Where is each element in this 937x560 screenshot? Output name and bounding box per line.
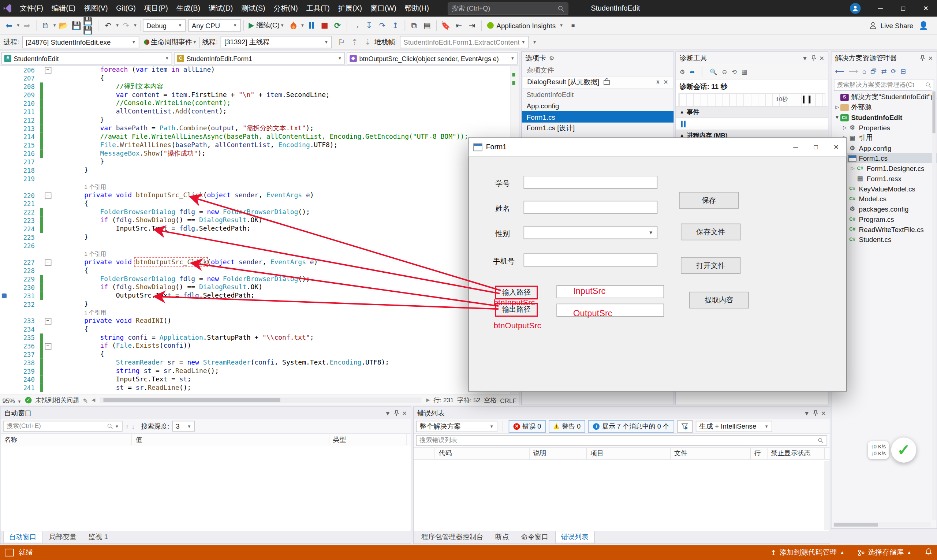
- zoom-out-icon[interactable]: ⊖: [722, 68, 727, 75]
- code-line[interactable]: 224 InputSrc.Text = fdlg.SelectedPath;: [0, 225, 503, 233]
- scrollbar-thumb[interactable]: [103, 398, 280, 402]
- code-line[interactable]: 228 {: [0, 266, 503, 275]
- document-tab[interactable]: Form1.cs [设计]: [522, 123, 674, 134]
- minimize-button[interactable]: ─: [785, 138, 806, 156]
- code-line[interactable]: 208 //得到文本内容: [0, 82, 503, 91]
- phone-input[interactable]: [524, 253, 658, 266]
- tree-item--[interactable]: ▷外部源: [832, 102, 937, 112]
- hot-reload-dropdown-icon[interactable]: ▼: [300, 23, 305, 28]
- menu-item[interactable]: 工具(T): [302, 0, 334, 17]
- document-tab[interactable]: App.config: [522, 100, 674, 111]
- column-header-项目[interactable]: 项目: [587, 448, 671, 459]
- code-line[interactable]: 236− if (File.Exists(confi)): [0, 342, 503, 350]
- undo-button[interactable]: ↶: [102, 18, 115, 32]
- project-dropdown[interactable]: # StudentInfoEdit▼: [1, 52, 172, 65]
- export-icon[interactable]: ➦: [689, 68, 695, 75]
- column-header-行[interactable]: 行: [751, 448, 768, 459]
- tree-item-form1-cs[interactable]: ▼Form1.cs: [832, 153, 937, 163]
- thread-combo[interactable]: [31392] 主线程▼: [221, 36, 332, 48]
- column-header-文件[interactable]: 文件: [671, 448, 751, 459]
- tool-tab-自动窗口[interactable]: 自动窗口: [3, 531, 43, 543]
- collapse-region-icon[interactable]: −: [45, 318, 51, 324]
- close-icon[interactable]: ✕: [819, 55, 824, 62]
- code-line[interactable]: 233− private void ReadINI(): [0, 317, 503, 325]
- save-all-button[interactable]: 💾💾: [83, 18, 96, 32]
- tree-item-keyvaluemodel-cs[interactable]: ▷C#KeyValueModel.cs: [832, 183, 937, 194]
- green-check-button[interactable]: ✓: [891, 437, 917, 463]
- code-line[interactable]: 222 FolderBrowserDialog fdlg = new Folde…: [0, 208, 503, 216]
- redo-button[interactable]: ↷: [119, 18, 132, 32]
- solution-configuration-combo[interactable]: Debug▼: [143, 19, 186, 31]
- step-out-button[interactable]: ↥: [389, 18, 402, 32]
- code-line[interactable]: 206− foreach (var item in allLine): [0, 66, 503, 74]
- navigate-forward-button[interactable]: ➡: [20, 18, 33, 32]
- menu-item[interactable]: 分析(N): [269, 0, 302, 17]
- close-icon[interactable]: ✕: [663, 79, 668, 86]
- input-path-textbox[interactable]: [556, 285, 664, 298]
- student-id-input[interactable]: [524, 176, 658, 189]
- code-line[interactable]: 231 OutputSrc.Text = fdlg.SelectedPath;: [0, 292, 503, 300]
- pin-icon[interactable]: [812, 409, 818, 416]
- new-file-button[interactable]: 🗎: [39, 18, 52, 32]
- events-section-header[interactable]: ▲事件: [676, 106, 828, 118]
- column-header-说明[interactable]: 说明: [529, 448, 587, 459]
- codelens-row[interactable]: 1 个引用: [0, 309, 503, 317]
- open-file-button[interactable]: 📂: [57, 18, 70, 32]
- code-line[interactable]: 217 }: [0, 158, 503, 166]
- output-path-button[interactable]: 输出路径: [495, 303, 538, 317]
- form1-titlebar[interactable]: Form1 ─ □ ✕: [469, 138, 846, 157]
- code-map-button[interactable]: ⧉: [408, 18, 420, 32]
- solution-search-box[interactable]: 搜索解决方案资源管理器(Ct: [834, 79, 934, 91]
- tree-item-packages-config[interactable]: ⚙packages.config: [832, 204, 937, 214]
- input-path-button[interactable]: 输入路径: [495, 286, 538, 300]
- tree-item-form1-designer-cs[interactable]: ▷C#Form1.Designer.cs: [832, 163, 937, 174]
- tool-tab-监视 1[interactable]: 监视 1: [83, 531, 114, 543]
- step-over-button[interactable]: ↷: [375, 18, 389, 32]
- close-button[interactable]: ✕: [826, 138, 846, 156]
- filter-button[interactable]: [677, 420, 692, 432]
- document-tab[interactable]: DialogResult [从元数据]⊼✕: [522, 76, 674, 88]
- codelens-row[interactable]: 1 个引用: [0, 183, 503, 191]
- code-line[interactable]: 213 var basePath = Path.Combine(output, …: [0, 125, 503, 133]
- code-line[interactable]: 216 MessageBox.Show("操作成功");: [0, 149, 503, 158]
- pin-icon[interactable]: [811, 55, 816, 62]
- home-icon[interactable]: ⌂: [862, 68, 866, 75]
- reset-view-icon[interactable]: ⟲: [732, 68, 737, 75]
- code-line[interactable]: 219: [0, 175, 503, 183]
- collapse-region-icon[interactable]: −: [45, 192, 51, 199]
- menu-item[interactable]: 生成(B): [172, 0, 204, 17]
- search-down-icon[interactable]: ↓: [131, 423, 134, 429]
- pin-icon[interactable]: ⊼: [656, 79, 660, 86]
- menu-item[interactable]: 窗口(W): [366, 0, 400, 17]
- code-line[interactable]: 212 }: [0, 116, 503, 125]
- restart-button[interactable]: ⟳: [331, 18, 344, 32]
- code-line[interactable]: 210 //Console.WriteLine(content);: [0, 99, 503, 108]
- code-line[interactable]: 225 }: [0, 233, 503, 242]
- code-line[interactable]: 220− private void btnInputSrc_Click(obje…: [0, 191, 503, 200]
- switch-views-icon[interactable]: 🗗: [870, 68, 877, 75]
- next-bookmark-button[interactable]: ⇥: [465, 18, 479, 32]
- tree-item-properties[interactable]: ▷⚙Properties: [832, 123, 937, 133]
- search-depth-combo[interactable]: 3▼: [172, 421, 195, 432]
- codelens-row[interactable]: 1 个引用: [0, 250, 503, 258]
- tree-item--[interactable]: ▷▣引用: [832, 133, 937, 143]
- column-header-类型[interactable]: 类型: [329, 434, 407, 445]
- previous-frame-icon[interactable]: ⇡: [348, 35, 361, 49]
- close-icon[interactable]: ✕: [402, 409, 407, 416]
- error-search-input[interactable]: 搜索错误列表: [416, 435, 828, 446]
- back-icon[interactable]: ⟵: [835, 67, 845, 75]
- code-line[interactable]: 239 string st = sr.ReadLine();: [0, 367, 503, 375]
- open-file-button[interactable]: 打开文件: [681, 257, 740, 274]
- navigate-backward-button[interactable]: ⬅: [3, 18, 16, 32]
- gender-combobox[interactable]: ▼: [524, 226, 658, 239]
- user-avatar[interactable]: [850, 3, 860, 14]
- chevron-collapsed-icon[interactable]: ▷: [834, 105, 840, 110]
- window-position-dropdown-icon[interactable]: ▼: [802, 55, 808, 62]
- diagnostics-timeline[interactable]: 10秒: [678, 93, 825, 106]
- application-insights-dropdown[interactable]: Application Insights ▼: [484, 22, 566, 29]
- live-share-button[interactable]: Live Share: [880, 22, 913, 29]
- code-line[interactable]: 221 {: [0, 200, 503, 208]
- indentation-mode[interactable]: 空格: [484, 396, 496, 405]
- bookmark-button[interactable]: 🔖: [439, 18, 452, 32]
- collapse-region-icon[interactable]: −: [45, 343, 51, 349]
